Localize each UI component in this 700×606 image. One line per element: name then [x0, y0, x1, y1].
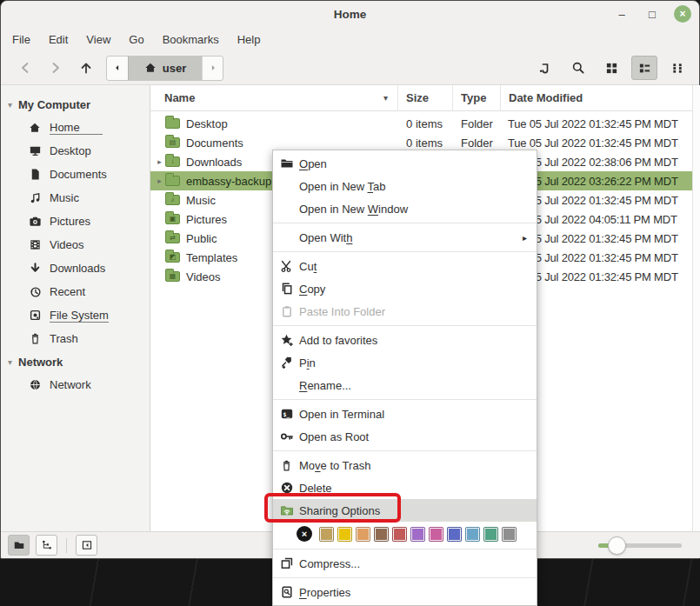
film-icon — [28, 238, 42, 251]
menu-item-properties[interactable]: Properties — [273, 581, 537, 603]
menu-item-pin[interactable]: Pin — [273, 351, 537, 374]
menubar-item-view[interactable]: View — [86, 33, 110, 46]
menubar-item-help[interactable]: Help — [237, 33, 261, 46]
column-header-date-modified[interactable]: Date Modified — [501, 85, 700, 110]
sidebar-item-label: Network — [50, 378, 91, 391]
color-swatch-8[interactable] — [465, 527, 480, 542]
arrow-up-button[interactable] — [70, 55, 101, 81]
color-swatch-6[interactable] — [429, 527, 443, 542]
menu-item-move-to-trash[interactable]: Move to Trash — [273, 454, 537, 476]
menu-item-cut[interactable]: Cut — [273, 255, 537, 277]
column-header-name[interactable]: Name▾ — [150, 85, 398, 110]
sidebar-item-file-system[interactable]: File System — [1, 303, 150, 327]
folder-icon: ⇄ — [165, 233, 180, 243]
sidebar-item-label: Documents — [50, 168, 107, 181]
file-name: Documents — [186, 137, 243, 150]
expander-icon[interactable]: ▸ — [150, 157, 165, 166]
color-swatch-5[interactable] — [410, 527, 425, 542]
location-entry-icon — [538, 61, 552, 75]
column-header-size[interactable]: Size — [398, 85, 453, 110]
sharing-icon — [279, 503, 294, 518]
file-size: 0 items — [398, 137, 453, 150]
color-swatch-9[interactable] — [483, 527, 498, 542]
sidebar-item-label: Music — [50, 191, 79, 204]
zoom-slider[interactable] — [598, 536, 682, 554]
menu-item-rename[interactable]: Rename... — [273, 374, 537, 396]
places-pane-button[interactable] — [8, 535, 30, 556]
file-name: Templates — [186, 251, 237, 264]
toggle-sidebar-icon — [81, 539, 93, 551]
sidebar-item-music[interactable]: Music — [1, 186, 150, 210]
breadcrumb-current-button[interactable]: user — [128, 57, 202, 80]
sidebar-item-recent[interactable]: Recent — [1, 280, 150, 303]
menu-item-open[interactable]: Open — [273, 152, 537, 175]
color-swatch-3[interactable] — [374, 527, 389, 542]
file-row-name-cell: Desktop — [150, 117, 398, 130]
icon-view-button[interactable] — [598, 56, 624, 80]
compact-view-button[interactable] — [664, 56, 690, 80]
triangle-down-icon[interactable]: ▾ — [8, 100, 12, 110]
music-emblem-icon: ♪ — [171, 196, 175, 203]
sidebar-item-desktop[interactable]: Desktop — [1, 139, 150, 163]
recent-icon — [28, 285, 42, 298]
menubar-item-go[interactable]: Go — [129, 33, 143, 46]
menu-item-open-in-terminal[interactable]: $_Open in Terminal — [273, 403, 537, 425]
file-list-header: Name▾SizeTypeDate Modified — [150, 85, 700, 111]
close-button[interactable]: × — [674, 5, 691, 23]
sidebar: ▾My ComputerHomeDesktopDocumentsMusicPic… — [1, 85, 150, 533]
menu-item-open-as-root[interactable]: Open as Root — [273, 425, 537, 448]
documents-emblem-icon: ▤ — [170, 139, 177, 146]
menu-item-delete[interactable]: Delete — [273, 476, 537, 499]
sidebar-item-home[interactable]: Home — [1, 116, 150, 139]
color-swatch-7[interactable] — [447, 527, 462, 542]
menu-item-open-in-new-window[interactable]: Open in New Window — [273, 197, 537, 220]
color-swatch-10[interactable] — [502, 527, 517, 542]
color-swatch-1[interactable] — [337, 527, 352, 542]
nav-buttons — [10, 55, 101, 81]
sidebar-item-label: Pictures — [50, 215, 90, 228]
sidebar-item-label: Downloads — [50, 262, 105, 275]
breadcrumb-next-button[interactable] — [202, 57, 223, 80]
treeview-pane-button[interactable] — [36, 535, 57, 556]
expander-icon[interactable]: ▸ — [150, 176, 165, 185]
folder-icon: ↓ — [165, 156, 180, 167]
file-row-desktop[interactable]: Desktop0 itemsFolderTue 05 Jul 2022 01:3… — [150, 114, 700, 133]
sidebar-item-videos[interactable]: Videos — [1, 233, 150, 256]
toggle-sidebar-button[interactable] — [76, 535, 97, 556]
menubar-item-bookmarks[interactable]: Bookmarks — [163, 33, 219, 46]
column-header-type[interactable]: Type — [453, 85, 501, 110]
menubar-item-edit[interactable]: Edit — [49, 33, 68, 46]
color-swatch-0[interactable] — [319, 527, 334, 542]
menubar-item-file[interactable]: File — [12, 33, 30, 46]
clear-color-icon[interactable]: × — [297, 526, 312, 542]
scrollbar[interactable] — [692, 85, 700, 533]
menu-item-add-to-favorites[interactable]: Add to favorites — [273, 329, 537, 351]
menu-item-open-in-new-tab[interactable]: Open in New Tab — [273, 175, 537, 197]
menu-separator — [273, 577, 537, 578]
color-swatch-4[interactable] — [392, 527, 407, 542]
menu-item-copy[interactable]: Copy — [273, 277, 537, 300]
menu-item-paste-into-folder: Paste Into Folder — [273, 300, 537, 323]
document-icon — [28, 168, 42, 181]
zoom-slider-handle[interactable] — [608, 536, 626, 555]
favorite-icon — [279, 333, 294, 348]
sidebar-item-documents[interactable]: Documents — [1, 163, 150, 186]
arrow-right-button — [40, 55, 70, 81]
sidebar-item-network[interactable]: Network — [1, 373, 150, 396]
sidebar-item-downloads[interactable]: Downloads — [1, 256, 150, 280]
maximize-button[interactable]: □ — [643, 5, 661, 23]
triangle-down-icon[interactable]: ▾ — [8, 357, 12, 367]
list-view-button[interactable] — [631, 56, 657, 80]
cut-icon — [279, 259, 294, 274]
sidebar-item-trash[interactable]: Trash — [1, 327, 150, 350]
minimize-button[interactable]: – — [613, 5, 630, 23]
menu-item-compress[interactable]: Compress... — [273, 552, 537, 575]
color-swatch-2[interactable] — [356, 527, 370, 542]
menu-item-open-with[interactable]: Open With▸ — [273, 226, 537, 249]
location-entry-button[interactable] — [532, 56, 558, 80]
menu-item-sharing-options[interactable]: Sharing Options — [273, 499, 537, 522]
icon-view-icon — [605, 62, 618, 75]
search-button[interactable] — [565, 56, 591, 80]
sidebar-item-pictures[interactable]: Pictures — [1, 210, 150, 233]
breadcrumb-prev-button[interactable] — [107, 57, 128, 80]
